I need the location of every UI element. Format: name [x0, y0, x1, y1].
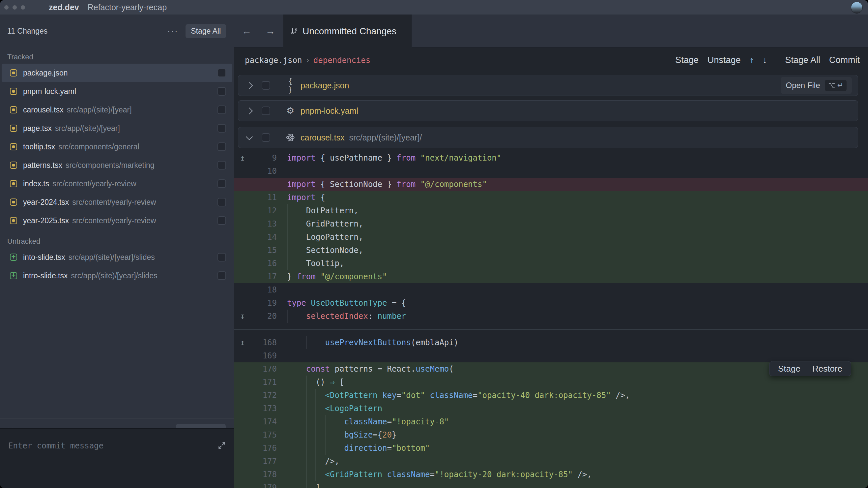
toolbar-stage-all-button[interactable]: Stage All [785, 55, 820, 65]
file-checkbox[interactable] [217, 87, 226, 96]
added-code-line[interactable]: 174 className="!opacity-8" [234, 415, 868, 428]
indent-guide [325, 415, 326, 455]
indent-guide [287, 204, 288, 270]
close-window-button[interactable] [4, 5, 8, 9]
deleted-code-line[interactable]: import { SectionNode } from "@/component… [234, 178, 868, 191]
file-name: year-2025.tsx [23, 216, 69, 225]
more-menu-icon[interactable]: ··· [167, 26, 178, 36]
file-path: src/content/yearly-review [52, 179, 214, 188]
tab-label: Uncommitted Changes [303, 26, 397, 37]
file-checkbox[interactable] [262, 107, 270, 115]
line-number: 16 [248, 259, 277, 268]
prev-hunk-button[interactable]: ↑ [749, 55, 754, 65]
added-code-line[interactable]: 171 () ⇒ [ [234, 376, 868, 389]
diff-file-card[interactable]: ⚙pnpm-lock.yaml [238, 100, 858, 121]
file-checkbox[interactable] [217, 198, 226, 206]
commit-button[interactable]: Commit [829, 55, 860, 65]
file-name: patterns.tsx [23, 161, 62, 170]
chevron-right-icon[interactable] [246, 107, 253, 114]
unstage-button[interactable]: Unstage [708, 55, 741, 65]
file-checkbox[interactable] [217, 142, 226, 151]
added-code-line[interactable]: 179 ] [234, 481, 868, 488]
sidebar-file-row[interactable]: into-slide.tsxsrc/app/(site)/[year]/slid… [2, 248, 232, 266]
line-number: 9 [248, 153, 277, 163]
expand-down-icon[interactable]: ↧ [237, 312, 248, 321]
code-line[interactable]: ↧20 selectedIndex: number [234, 310, 868, 323]
file-checkbox[interactable] [217, 179, 226, 188]
file-checkbox[interactable] [262, 81, 270, 90]
file-checkbox[interactable] [217, 124, 226, 133]
expand-up-icon[interactable]: ↥ [237, 153, 248, 163]
chevron-right-icon[interactable] [246, 82, 253, 89]
code-line[interactable]: ↥9import { usePathname } from "next/navi… [234, 151, 868, 165]
code-text: className="!opacity-8" [287, 417, 449, 426]
diff-file-card[interactable]: { }package.jsonOpen File↵ [238, 75, 858, 96]
line-number: 13 [248, 219, 277, 229]
added-code-line[interactable]: 16 Tooltip, [234, 257, 868, 270]
sidebar-file-row[interactable]: page.tsxsrc/app/(site)/[year] [2, 119, 232, 138]
commit-message-box[interactable]: Enter commit message [0, 428, 234, 488]
diff-file-card[interactable]: carousel.tsxsrc/app/(site)/[year]/ [238, 127, 858, 148]
added-code-line[interactable]: 172 <DotPattern key="dot" className="opa… [234, 389, 868, 402]
sidebar-file-row[interactable]: year-2025.tsxsrc/content/yearly-review [2, 211, 232, 230]
code-line[interactable]: 18 [234, 283, 868, 296]
file-checkbox[interactable] [262, 133, 270, 142]
file-name: index.ts [23, 179, 49, 188]
added-code-line[interactable]: 173 <LogoPattern [234, 402, 868, 415]
code-line[interactable]: 169 [234, 349, 868, 362]
file-checkbox[interactable] [217, 271, 226, 280]
user-avatar[interactable] [851, 2, 863, 13]
sidebar-file-row[interactable]: carousel.tsxsrc/app/(site)/[year] [2, 101, 232, 119]
file-checkbox[interactable] [217, 161, 226, 170]
forward-button[interactable]: → [266, 25, 276, 37]
open-file-button[interactable]: Open File↵ [781, 77, 852, 94]
sidebar-file-row[interactable]: package.json [2, 64, 232, 82]
sidebar-file-row[interactable]: tooltip.tsxsrc/components/general [2, 138, 232, 156]
back-button[interactable]: ← [242, 25, 252, 37]
added-code-line[interactable]: 12 DotPattern, [234, 204, 868, 217]
minimize-window-button[interactable] [12, 5, 17, 9]
file-name: carousel.tsx [301, 133, 344, 142]
breadcrumb-separator: › [305, 56, 310, 65]
hunk-restore-button[interactable]: Restore [812, 364, 842, 374]
code-line[interactable]: ↥168 usePrevNextButtons(emblaApi) [234, 336, 868, 349]
sidebar-file-row[interactable]: year-2024.tsxsrc/content/yearly-review [2, 193, 232, 211]
file-name: intro-slide.tsx [23, 271, 67, 280]
added-code-line[interactable]: 17} from "@/components" [234, 270, 868, 283]
hunk-stage-button[interactable]: Stage [778, 364, 801, 374]
added-code-line[interactable]: 14 LogoPattern, [234, 230, 868, 244]
code-text: <LogoPattern [287, 404, 382, 413]
added-code-line[interactable]: 15 SectionNode, [234, 244, 868, 257]
next-hunk-button[interactable]: ↓ [763, 55, 767, 65]
file-path: src/app/(site)/[year]/ [349, 133, 422, 142]
expand-up-icon[interactable]: ↥ [237, 338, 248, 347]
code-line[interactable]: 10 [234, 165, 868, 178]
sidebar-file-row[interactable]: pnpm-lock.yaml [2, 82, 232, 101]
added-code-line[interactable]: 11import { [234, 191, 868, 204]
modified-icon [10, 88, 17, 95]
code-line[interactable]: 19type UseDotButtonType = { [234, 296, 868, 310]
file-checkbox[interactable] [217, 106, 226, 114]
sidebar-file-row[interactable]: intro-slide.tsxsrc/app/(site)/[year]/sli… [2, 266, 232, 285]
added-code-line[interactable]: 13 GridPattern, [234, 217, 868, 230]
expand-icon[interactable] [217, 441, 226, 450]
breadcrumb[interactable]: package.json›dependencies [245, 56, 370, 65]
code-diff: ↥9import { usePathname } from "next/navi… [234, 151, 868, 488]
stage-button[interactable]: Stage [675, 55, 699, 65]
added-code-line[interactable]: 178 <GridPattern className="!opacity-20 … [234, 468, 868, 481]
file-checkbox[interactable] [217, 216, 226, 225]
file-checkbox[interactable] [217, 68, 226, 77]
chevron-down-icon[interactable] [246, 133, 253, 140]
code-text: type UseDotButtonType = { [287, 298, 406, 308]
file-checkbox[interactable] [217, 253, 226, 261]
sidebar-file-row[interactable]: patterns.tsxsrc/components/marketing [2, 156, 232, 174]
added-code-line[interactable]: 176 direction="bottom" [234, 441, 868, 455]
added-code-line[interactable]: 177 />, [234, 455, 868, 468]
zoom-window-button[interactable] [21, 5, 25, 9]
tab-uncommitted-changes[interactable]: Uncommitted Changes [283, 15, 412, 48]
panel-stage-all-button[interactable]: Stage All [186, 24, 226, 38]
line-number: 172 [248, 391, 277, 400]
file-name: tooltip.tsx [23, 142, 55, 151]
sidebar-file-row[interactable]: index.tssrc/content/yearly-review [2, 174, 232, 193]
added-code-line[interactable]: 175 bgSize={20} [234, 428, 868, 441]
